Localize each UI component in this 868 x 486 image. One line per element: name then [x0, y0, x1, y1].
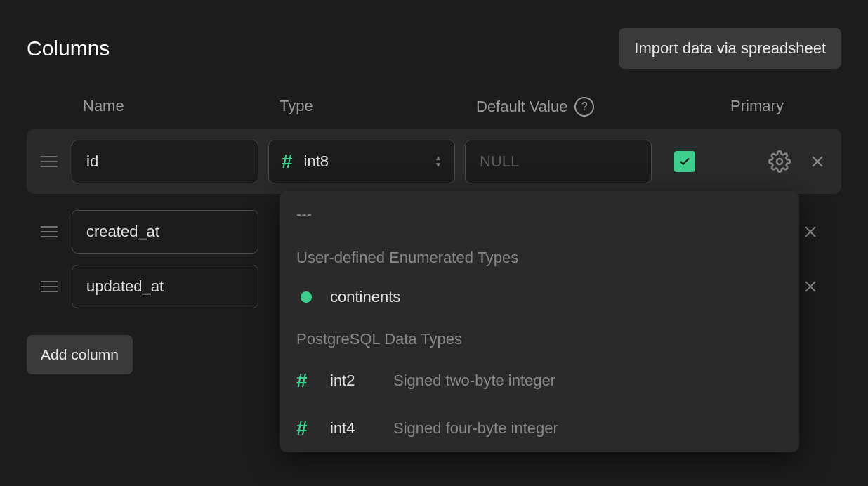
dropdown-item-continents[interactable]: continents: [280, 275, 799, 319]
header-default: Default Value ?: [476, 97, 673, 117]
column-headers: Name Type Default Value ? Primary: [27, 97, 841, 117]
column-name-input[interactable]: [72, 140, 294, 183]
column-name-input[interactable]: [72, 211, 294, 253]
header-default-label: Default Value: [476, 98, 567, 116]
dropdown-item-name: int2: [330, 372, 379, 390]
import-spreadsheet-button[interactable]: Import data via spreadsheet: [619, 28, 841, 69]
type-select[interactable]: # int8 ▲▼: [268, 140, 455, 183]
name-input-wrap: [72, 265, 258, 308]
column-row: # int8 ▲▼: [27, 129, 841, 194]
dropdown-item-desc: Signed two-byte integer: [393, 372, 555, 390]
page-title: Columns: [27, 37, 110, 60]
hash-icon: #: [296, 369, 316, 392]
hash-icon: #: [282, 150, 293, 173]
drag-handle-icon[interactable]: [41, 281, 62, 292]
chevron-updown-icon: ▲▼: [435, 155, 442, 168]
close-icon[interactable]: [808, 152, 827, 171]
type-value: int8: [304, 152, 424, 171]
dropdown-item-name: int4: [330, 419, 379, 438]
type-dropdown: --- User-defined Enumerated Types contin…: [280, 191, 799, 452]
header-type: Type: [280, 97, 476, 117]
hash-icon: #: [296, 417, 316, 440]
enum-dot-icon: [296, 291, 316, 303]
add-column-button[interactable]: Add column: [27, 335, 133, 374]
gear-icon[interactable]: [768, 150, 791, 173]
drag-handle-icon[interactable]: [41, 226, 62, 237]
drag-handle-icon[interactable]: [41, 156, 62, 167]
close-icon[interactable]: [801, 277, 820, 296]
close-icon[interactable]: [801, 222, 820, 242]
dropdown-item-name: continents: [330, 288, 400, 306]
default-value-input[interactable]: [465, 140, 652, 183]
primary-checkbox[interactable]: [674, 151, 695, 172]
header-primary: Primary: [673, 97, 841, 117]
dropdown-placeholder: ---: [280, 191, 799, 237]
dropdown-item-int2[interactable]: # int2 Signed two-byte integer: [280, 357, 799, 405]
svg-point-0: [777, 159, 782, 164]
header-name: Name: [83, 97, 280, 117]
dropdown-section-title: User-defined Enumerated Types: [280, 237, 799, 275]
name-input-wrap: [72, 140, 258, 183]
dropdown-item-int4[interactable]: # int4 Signed four-byte integer: [280, 405, 799, 452]
name-input-wrap: [72, 210, 258, 254]
dropdown-section-title: PostgreSQL Data Types: [280, 319, 799, 357]
dropdown-item-desc: Signed four-byte integer: [393, 419, 558, 438]
column-name-input[interactable]: [72, 265, 294, 308]
help-icon[interactable]: ?: [574, 97, 594, 117]
